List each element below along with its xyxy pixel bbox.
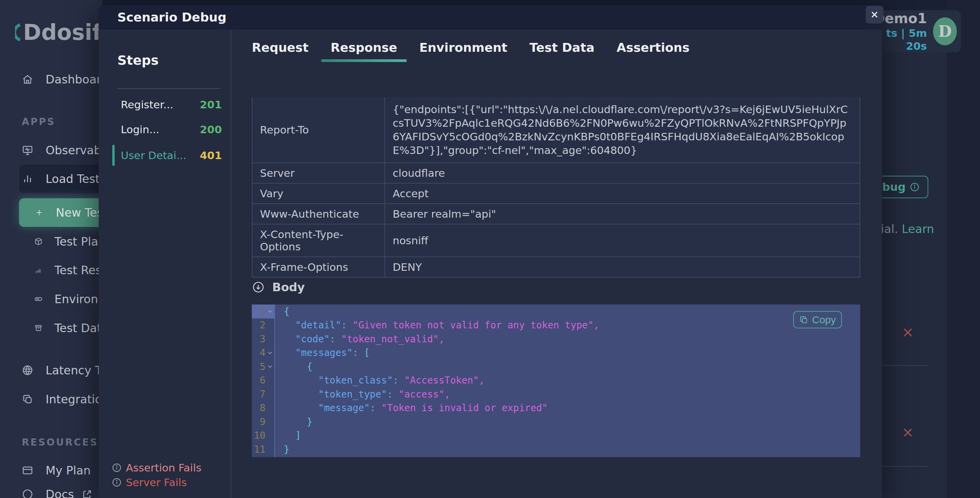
tab-assertions[interactable]: Assertions [617, 40, 689, 54]
docs-circle-icon [22, 488, 33, 498]
collapse-circle-arrow-icon [252, 281, 265, 294]
header-row-report-to: Report-To {"endpoints":[{"url":"https:\/… [253, 97, 859, 163]
fold-toggle-icon[interactable] [266, 351, 274, 354]
new-test-button[interactable]: New Test [19, 198, 102, 227]
step-label: Login... [121, 123, 159, 136]
sidebar-item-environments[interactable]: Environments [0, 285, 102, 313]
sidebar-item-dashboard[interactable]: Dashboard [0, 65, 102, 94]
header-value: cloudflare [385, 163, 859, 183]
header-value: DENY [385, 257, 859, 277]
header-row-www-authenticate: Www-Authenticate Bearer realm="api" [253, 204, 859, 225]
response-body-code-block[interactable]: 1 { 2 "detail": "Given token not valid f… [252, 305, 860, 457]
step-status-badge: 200 [200, 123, 222, 136]
copy-squares-icon [22, 393, 33, 405]
step-label: User Detai... [121, 149, 186, 161]
monitor-icon [22, 144, 33, 156]
header-row-x-content-type-options: X-Content-Type-Options nosniff [253, 225, 859, 257]
fold-toggle-icon[interactable] [266, 310, 274, 313]
server-fails-legend: Server Fails [111, 476, 187, 488]
package-icon [34, 237, 43, 246]
info-icon [111, 463, 122, 473]
trial-notice: cial. Learn [875, 222, 934, 236]
step-row-register[interactable]: Register... 201 [99, 94, 231, 115]
fail-x-icon [902, 426, 914, 439]
header-value: {"endpoints":[{"url":"https:\/\/a.nel.cl… [385, 97, 859, 163]
close-icon [869, 10, 880, 20]
sidebar-item-label: Load Test [46, 172, 100, 186]
credit-card-icon [22, 464, 33, 476]
sidebar-item-test-data[interactable]: Test Data [0, 314, 102, 342]
tab-request[interactable]: Request [252, 40, 309, 54]
header-key: Www-Authenticate [253, 204, 385, 224]
header-key: X-Content-Type-Options [253, 225, 385, 257]
sidebar-item-label: Test Results [54, 263, 102, 277]
fail-x-icon [902, 326, 914, 338]
copy-button[interactable]: Copy [793, 311, 842, 328]
steps-title: Steps [118, 53, 159, 68]
sidebar-item-load-test-content[interactable]: Load Test [0, 164, 102, 193]
header-row-server: Server cloudflare [253, 163, 859, 184]
legend-label: Server Fails [126, 476, 187, 488]
sidebar-item-label: My Plan [46, 464, 91, 477]
code-line: 5 { [252, 360, 860, 374]
sidebar-item-label: Docs [46, 487, 74, 498]
sidebar-item-label: Integrations [46, 393, 102, 406]
step-row-user-details[interactable]: User Detai... 401 [99, 145, 231, 166]
code-line: 4 "messages": [ [252, 346, 860, 360]
row-divider [882, 365, 928, 366]
step-row-login[interactable]: Login... 200 [99, 119, 231, 140]
sidebar-item-label: Dashboard [46, 73, 102, 86]
learn-more-link[interactable]: Learn [902, 222, 934, 236]
steps-panel: Steps Register... 201 Login... 200 User … [99, 30, 231, 498]
modal-tabs: Request Response Environment Test Data A… [252, 40, 689, 54]
code-line: 11 } [252, 442, 860, 456]
avatar[interactable]: D [933, 18, 957, 45]
sidebar-item-test-results[interactable]: Test Results [0, 256, 102, 284]
scenario-debug-modal: Scenario Debug Steps Register... 201 Log… [99, 5, 882, 498]
fold-toggle-icon[interactable] [266, 365, 274, 368]
sidebar-item-test-plans[interactable]: Test Plans [0, 227, 102, 256]
logo-text: Ddosify [23, 20, 102, 45]
new-test-label: New Test [56, 206, 102, 219]
header-key: Vary [253, 184, 385, 203]
sidebar-item-observability[interactable]: Observability [0, 136, 102, 164]
results-bars-icon [34, 266, 43, 275]
tab-response[interactable]: Response [331, 40, 398, 54]
sidebar-item-label: Test Plans [54, 235, 102, 248]
copy-label: Copy [812, 314, 836, 326]
sidebar-section-apps: APPS [22, 116, 56, 127]
body-label: Body [272, 280, 305, 294]
header-key: X-Frame-Options [253, 257, 385, 277]
code-line: 10 ] [252, 429, 860, 443]
sidebar-item-docs[interactable]: Docs [0, 480, 102, 498]
header-row-x-frame-options: X-Frame-Options DENY [253, 257, 859, 278]
info-icon [910, 182, 920, 192]
app-logo[interactable]: Ddosify [15, 20, 102, 45]
step-status-badge: 201 [200, 99, 222, 111]
body-section-toggle[interactable]: Body [252, 280, 305, 294]
background-right-gutter [947, 0, 980, 498]
external-link-icon [82, 489, 92, 498]
close-button[interactable] [865, 6, 883, 24]
user-account-chip[interactable]: Demo1 ts | 5m 20s D [871, 10, 961, 53]
code-line: 9 } [252, 415, 860, 429]
code-line: 6 "token_class": "AccessToken", [252, 374, 860, 388]
assertion-fails-legend: Assertion Fails [111, 461, 202, 474]
code-line: 7 "token_type": "access", [252, 387, 860, 401]
sidebar-item-latency-testing[interactable]: Latency Testing [0, 356, 102, 385]
home-icon [22, 73, 33, 85]
sidebar: Ddosify Dashboard APPS Observability Loa… [0, 0, 102, 498]
bar-chart-icon [22, 173, 33, 185]
header-value: Accept [385, 184, 859, 203]
globe-icon [22, 364, 33, 376]
tab-environment[interactable]: Environment [419, 40, 508, 54]
header-value: nosniff [385, 225, 859, 257]
sidebar-item-label: Observability [46, 144, 102, 157]
tab-test-data[interactable]: Test Data [530, 40, 595, 54]
code-line: 1 { [252, 305, 860, 319]
sidebar-item-integrations[interactable]: Integrations [0, 385, 102, 413]
plus-icon [35, 208, 43, 217]
header-key: Server [253, 163, 385, 183]
info-icon [111, 477, 122, 487]
archive-icon [34, 324, 43, 332]
